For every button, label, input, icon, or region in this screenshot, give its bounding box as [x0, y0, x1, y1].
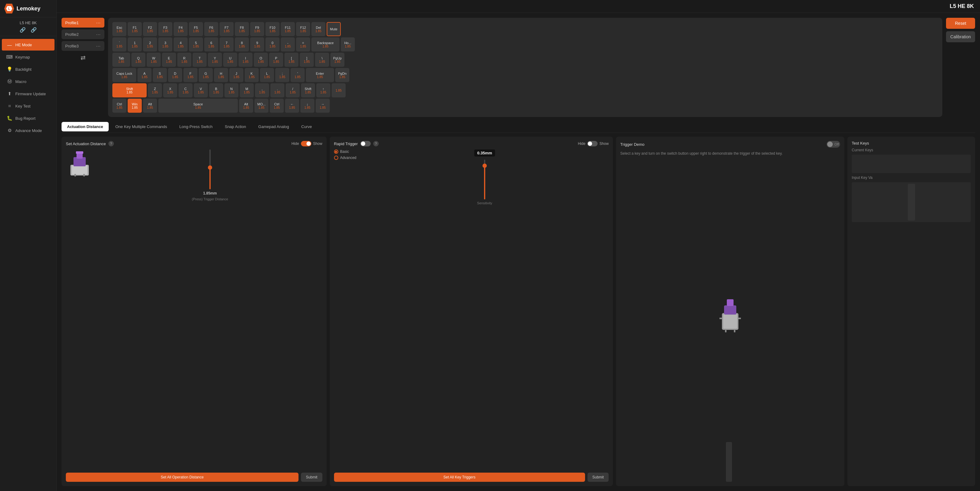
- key-5[interactable]: 51.85: [189, 37, 203, 51]
- key-m[interactable]: M1.85: [240, 83, 254, 97]
- key-comma[interactable]: ,1.85: [255, 83, 269, 97]
- key-c[interactable]: C1.85: [178, 83, 192, 97]
- actuation-slider-thumb[interactable]: [208, 166, 212, 170]
- set-all-triggers-button[interactable]: Set All Key Triggers: [334, 473, 585, 482]
- key-mute[interactable]: Mute: [327, 22, 341, 36]
- key-o[interactable]: O1.85: [254, 53, 268, 67]
- key-backslash[interactable]: \1.85: [315, 53, 329, 67]
- key-quote[interactable]: '1.85: [291, 68, 305, 82]
- actuation-toggle[interactable]: [301, 141, 311, 147]
- key-b[interactable]: B1.85: [209, 83, 223, 97]
- key-f5[interactable]: F51.85: [189, 22, 203, 36]
- key-rbracket[interactable]: ]1.85: [300, 53, 314, 67]
- key-f2[interactable]: F21.85: [143, 22, 157, 36]
- key-f11[interactable]: F111.85: [281, 22, 295, 36]
- tab-gamepad-analog[interactable]: Gamepad Analog: [253, 122, 294, 131]
- key-f[interactable]: F1.85: [183, 68, 197, 82]
- key-8[interactable]: 81.85: [235, 37, 249, 51]
- key-2[interactable]: 21.85: [143, 37, 157, 51]
- key-f9[interactable]: F91.85: [250, 22, 264, 36]
- tab-curve[interactable]: Curve: [296, 122, 318, 131]
- sidebar-item-backlight[interactable]: 💡 Backlight: [2, 64, 54, 75]
- profile3-button[interactable]: Profile3 ···: [62, 41, 104, 51]
- key-y[interactable]: Y1.85: [208, 53, 222, 67]
- sidebar-item-keymap[interactable]: ⌨ Keymap: [2, 51, 54, 63]
- key-enter[interactable]: Enter1.85: [306, 68, 334, 82]
- trigger-demo-toggle[interactable]: Off: [827, 141, 840, 148]
- key-capslock[interactable]: Caps Lock1.85: [112, 68, 136, 82]
- key-tab[interactable]: Tab1.85: [112, 53, 130, 67]
- key-rightarrow[interactable]: →1.85: [316, 99, 330, 113]
- key-leftarrow[interactable]: ←1.85: [285, 99, 299, 113]
- key-w[interactable]: W1.85: [146, 53, 161, 67]
- tab-one-key-multiple[interactable]: One Key Multiple Commands: [110, 122, 173, 131]
- key-f12[interactable]: F121.85: [296, 22, 310, 36]
- key-minus[interactable]: -1.85: [281, 37, 295, 51]
- link-icon-1[interactable]: 🔗: [20, 27, 26, 33]
- key-rshift[interactable]: Shift1.85: [301, 83, 315, 97]
- key-slash[interactable]: /1.85: [286, 83, 300, 97]
- key-f7[interactable]: F71.85: [220, 22, 234, 36]
- key-lalt[interactable]: Alt1.85: [143, 99, 157, 113]
- key-p[interactable]: P1.85: [269, 53, 283, 67]
- sidebar-item-macro[interactable]: Ⓜ Macro: [2, 76, 54, 87]
- key-4[interactable]: 41.85: [173, 37, 188, 51]
- key-downarrow[interactable]: ↓1.85: [300, 99, 314, 113]
- key-f8[interactable]: F81.85: [235, 22, 249, 36]
- sidebar-item-bug-report[interactable]: 🐛 Bug Report: [2, 112, 54, 124]
- sidebar-item-key-test[interactable]: ⌗ Key Test: [2, 100, 54, 112]
- key-f1[interactable]: F11.85: [128, 22, 142, 36]
- key-pgup[interactable]: PgUp1.85: [330, 53, 344, 67]
- key-r[interactable]: R1.85: [177, 53, 191, 67]
- key-uparrow[interactable]: ↑1.85: [316, 83, 330, 97]
- key-period[interactable]: .1.85: [270, 83, 285, 97]
- key-backspace[interactable]: Backspace1.85: [311, 37, 339, 51]
- key-k[interactable]: K1.85: [245, 68, 259, 82]
- sensitivity-slider-track[interactable]: [484, 159, 485, 199]
- key-equals[interactable]: =1.85: [296, 37, 310, 51]
- tab-snap-action[interactable]: Snap Action: [219, 122, 251, 131]
- key-del[interactable]: Del1.85: [311, 22, 325, 36]
- key-q[interactable]: Q1.85: [131, 53, 145, 67]
- rapid-trigger-help-icon[interactable]: ?: [373, 141, 379, 147]
- calibration-button[interactable]: Calibration: [946, 31, 975, 42]
- key-f6[interactable]: F61.85: [204, 22, 218, 36]
- key-e[interactable]: E1.85: [162, 53, 176, 67]
- key-9[interactable]: 91.85: [250, 37, 264, 51]
- key-v[interactable]: V1.85: [194, 83, 208, 97]
- key-lshift[interactable]: Shift1.85: [112, 83, 146, 97]
- key-pgdn[interactable]: PgDn1.85: [335, 68, 349, 82]
- key-mo[interactable]: MO...1.85: [255, 99, 269, 113]
- key-6[interactable]: 61.85: [204, 37, 218, 51]
- key-h[interactable]: H1.85: [214, 68, 228, 82]
- key-0[interactable]: 01.85: [266, 37, 280, 51]
- key-rctrl[interactable]: Ctrl1.85: [270, 99, 284, 113]
- actuation-submit-button[interactable]: Submit: [301, 473, 322, 482]
- key-7[interactable]: 71.85: [220, 37, 234, 51]
- link-icon-2[interactable]: 🔗: [30, 27, 37, 33]
- rapid-trigger-toggle[interactable]: [360, 141, 371, 147]
- key-ralt[interactable]: Alt1.85: [239, 99, 253, 113]
- key-l[interactable]: L1.85: [260, 68, 274, 82]
- actuation-help-icon[interactable]: ?: [108, 141, 114, 147]
- key-home[interactable]: Ho...1.85: [341, 37, 355, 51]
- key-3[interactable]: 31.85: [158, 37, 172, 51]
- key-f4[interactable]: F41.85: [173, 22, 188, 36]
- key-lbracket[interactable]: [1.85: [285, 53, 299, 67]
- swap-icon[interactable]: ⇄: [62, 54, 104, 61]
- rapid-trigger-submit-button[interactable]: Submit: [587, 473, 609, 482]
- key-extra[interactable]: 1.85: [332, 83, 346, 97]
- key-g[interactable]: G1.85: [199, 68, 213, 82]
- key-lctrl[interactable]: Ctrl1.85: [112, 99, 126, 113]
- actuation-slider-track[interactable]: [209, 150, 211, 189]
- sidebar-item-he-mode[interactable]: ― HE Mode: [2, 39, 54, 51]
- rapid-trigger-hide-toggle[interactable]: [587, 141, 598, 147]
- key-j[interactable]: J1.85: [229, 68, 243, 82]
- sidebar-item-firmware-update[interactable]: ⬆ Firmware Update: [2, 88, 54, 100]
- key-backtick[interactable]: `1.85: [112, 37, 126, 51]
- key-u[interactable]: U1.85: [223, 53, 237, 67]
- tab-actuation-distance[interactable]: Actuation Distance: [62, 122, 109, 131]
- key-1[interactable]: 11.85: [128, 37, 142, 51]
- key-win[interactable]: Win1.85: [128, 99, 142, 113]
- radio-basic[interactable]: Basic: [334, 150, 356, 154]
